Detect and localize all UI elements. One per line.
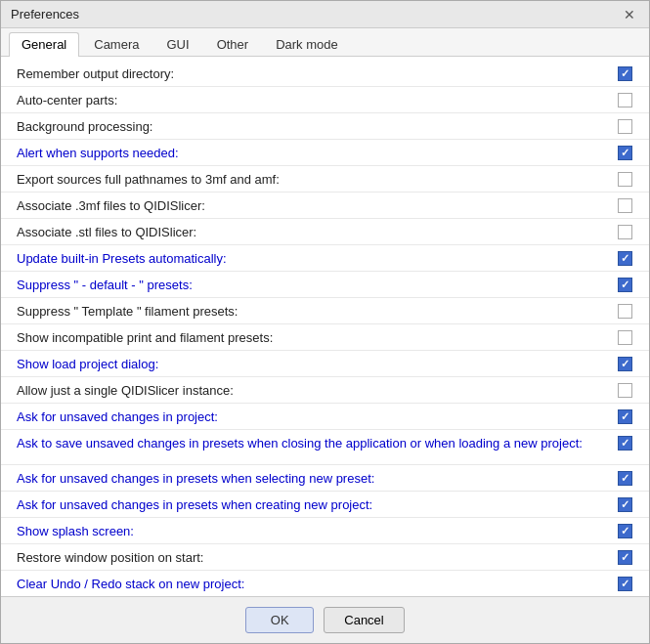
row-alert-supports: Alert when supports needed: (1, 140, 649, 166)
checkbox-wrap-ask-save-close (616, 434, 633, 451)
checkbox-export-sources[interactable] (618, 172, 632, 187)
label-ask-unsaved-project: Ask for unsaved changes in project: (17, 409, 616, 424)
tab-bar: GeneralCameraGUIOtherDark mode (1, 28, 649, 57)
row-clear-undo: Clear Undo / Redo stack on new project: (1, 571, 649, 596)
tab-camera[interactable]: Camera (81, 32, 152, 56)
label-clear-undo: Clear Undo / Redo stack on new project: (17, 577, 616, 591)
checkbox-auto-center[interactable] (618, 93, 632, 107)
checkbox-alert-supports[interactable] (618, 146, 632, 160)
row-remember-output: Remember output directory: (1, 61, 649, 87)
label-update-presets: Update built-in Presets automatically: (17, 251, 616, 266)
checkbox-update-presets[interactable] (618, 251, 632, 266)
label-associate-3mf: Associate .3mf files to QIDISlicer: (17, 198, 616, 213)
close-button[interactable]: ✕ (620, 8, 639, 21)
label-alert-supports: Alert when supports needed: (17, 146, 616, 160)
tab-gui[interactable]: GUI (154, 32, 202, 56)
checkbox-restore-window[interactable] (618, 550, 632, 565)
checkbox-ask-save-close[interactable] (618, 436, 632, 451)
checkbox-show-incompatible[interactable] (618, 330, 632, 345)
checkbox-wrap-associate-stl (616, 223, 633, 240)
label-background-proc: Background processing: (17, 119, 616, 134)
checkbox-associate-3mf[interactable] (618, 198, 632, 213)
row-associate-3mf: Associate .3mf files to QIDISlicer: (1, 193, 649, 219)
row-restore-window: Restore window position on start: (1, 544, 649, 571)
label-show-incompatible: Show incompatible print and filament pre… (17, 330, 616, 345)
footer: OK Cancel (1, 596, 649, 643)
checkbox-wrap-show-load-dialog (616, 355, 633, 372)
title-bar: Preferences ✕ (1, 1, 649, 28)
window-title: Preferences (11, 7, 79, 21)
settings-content: Remember output directory:Auto-center pa… (1, 57, 649, 596)
row-show-splash: Show splash screen: (1, 518, 649, 544)
label-ask-unsaved-select: Ask for unsaved changes in presets when … (17, 471, 616, 486)
label-suppress-template: Suppress " Template " filament presets: (17, 304, 616, 319)
checkbox-wrap-ask-unsaved-select (616, 469, 633, 487)
row-export-sources: Export sources full pathnames to 3mf and… (1, 166, 649, 193)
checkbox-wrap-suppress-template (616, 302, 633, 320)
checkbox-wrap-restore-window (616, 548, 633, 566)
checkbox-remember-output[interactable] (618, 66, 632, 81)
checkbox-wrap-ask-unsaved-project (616, 408, 633, 425)
checkbox-wrap-clear-undo (616, 575, 633, 592)
label-export-sources: Export sources full pathnames to 3mf and… (17, 172, 616, 187)
label-restore-window: Restore window position on start: (17, 550, 616, 565)
tab-general[interactable]: General (9, 32, 79, 57)
checkbox-show-load-dialog[interactable] (618, 357, 632, 371)
checkbox-suppress-template[interactable] (618, 304, 632, 319)
checkbox-ask-unsaved-select[interactable] (618, 471, 632, 486)
row-ask-unsaved-create: Ask for unsaved changes in presets when … (1, 492, 649, 518)
row-single-instance: Allow just a single QIDISlicer instance: (1, 377, 649, 404)
row-update-presets: Update built-in Presets automatically: (1, 245, 649, 272)
row-associate-stl: Associate .stl files to QIDISlicer: (1, 219, 649, 245)
checkbox-wrap-update-presets (616, 249, 633, 267)
checkbox-ask-unsaved-project[interactable] (618, 409, 632, 424)
row-background-proc: Background processing: (1, 113, 649, 140)
checkbox-wrap-ask-unsaved-create (616, 495, 633, 513)
row-ask-save-close: Ask to save unsaved changes in presets w… (1, 430, 649, 465)
checkbox-clear-undo[interactable] (618, 577, 632, 591)
label-single-instance: Allow just a single QIDISlicer instance: (17, 383, 616, 398)
label-ask-save-close: Ask to save unsaved changes in presets w… (17, 434, 616, 451)
row-suppress-default: Suppress " - default - " presets: (1, 272, 649, 298)
checkbox-single-instance[interactable] (618, 383, 632, 398)
label-auto-center: Auto-center parts: (17, 93, 616, 107)
checkbox-wrap-export-sources (616, 170, 633, 188)
checkbox-suppress-default[interactable] (618, 278, 632, 292)
row-suppress-template: Suppress " Template " filament presets: (1, 298, 649, 324)
tab-other[interactable]: Other (204, 32, 262, 56)
label-associate-stl: Associate .stl files to QIDISlicer: (17, 225, 616, 239)
label-remember-output: Remember output directory: (17, 66, 616, 81)
label-suppress-default: Suppress " - default - " presets: (17, 278, 616, 292)
checkbox-associate-stl[interactable] (618, 225, 632, 239)
checkbox-wrap-associate-3mf (616, 196, 633, 214)
checkbox-wrap-remember-output (616, 64, 633, 82)
checkbox-wrap-alert-supports (616, 144, 633, 161)
tab-dark-mode[interactable]: Dark mode (263, 32, 351, 56)
row-auto-center: Auto-center parts: (1, 87, 649, 113)
checkbox-wrap-single-instance (616, 381, 633, 399)
label-show-load-dialog: Show load project dialog: (17, 357, 616, 371)
label-ask-unsaved-create: Ask for unsaved changes in presets when … (17, 497, 616, 512)
checkbox-ask-unsaved-create[interactable] (618, 497, 632, 512)
label-show-splash: Show splash screen: (17, 524, 616, 538)
preferences-window: Preferences ✕ GeneralCameraGUIOtherDark … (0, 0, 650, 644)
row-show-incompatible: Show incompatible print and filament pre… (1, 324, 649, 351)
checkbox-wrap-auto-center (616, 91, 633, 108)
checkbox-wrap-show-incompatible (616, 328, 633, 346)
checkbox-wrap-show-splash (616, 522, 633, 539)
checkbox-wrap-background-proc (616, 117, 633, 135)
row-show-load-dialog: Show load project dialog: (1, 351, 649, 377)
checkbox-background-proc[interactable] (618, 119, 632, 134)
checkbox-show-splash[interactable] (618, 524, 632, 538)
checkbox-wrap-suppress-default (616, 276, 633, 293)
row-ask-unsaved-select: Ask for unsaved changes in presets when … (1, 465, 649, 492)
cancel-button[interactable]: Cancel (324, 607, 404, 633)
row-ask-unsaved-project: Ask for unsaved changes in project: (1, 404, 649, 430)
ok-button[interactable]: OK (245, 607, 314, 633)
